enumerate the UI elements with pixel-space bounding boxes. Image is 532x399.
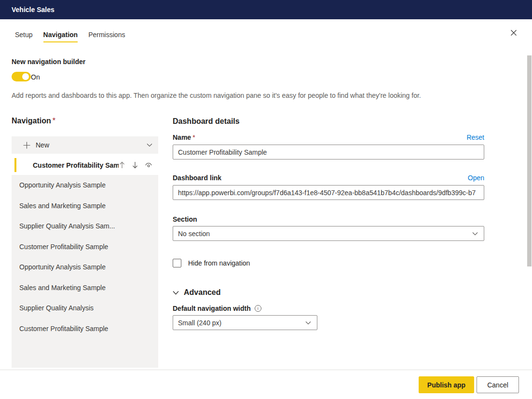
nav-item-selected-label: Customer Profitability Sample — [33, 161, 119, 169]
name-input[interactable] — [173, 145, 484, 160]
nav-item[interactable]: Opportunity Analysis Sample — [12, 257, 158, 278]
reset-link[interactable]: Reset — [466, 133, 484, 141]
new-item-label: New — [36, 141, 147, 149]
advanced-heading: Advanced — [184, 288, 220, 297]
hide-from-navigation-checkbox[interactable] — [173, 259, 181, 267]
close-button[interactable] — [509, 28, 518, 37]
tab-setup[interactable]: Setup — [15, 31, 33, 42]
vertical-scrollbar-thumb[interactable] — [527, 55, 532, 266]
nav-item[interactable]: Supplier Quality Analysis — [12, 298, 158, 319]
section-select-value: No section — [178, 230, 210, 238]
section-label-row: Section — [173, 215, 484, 223]
required-asterisk: * — [192, 133, 195, 141]
builder-toggle[interactable] — [12, 72, 31, 81]
app-dialog: Vehicle Sales Setup Navigation Permissio… — [0, 0, 532, 399]
nav-item[interactable]: Sales and Marketing Sample — [12, 278, 158, 298]
nav-width-label: Default navigation width — [173, 305, 251, 312]
advanced-expander[interactable]: Advanced — [173, 288, 220, 297]
nav-width-label-row: Default navigation width i — [173, 305, 261, 312]
info-icon[interactable]: i — [255, 305, 261, 312]
move-down-button[interactable] — [132, 161, 138, 169]
titlebar: Vehicle Sales — [0, 0, 532, 19]
app-title: Vehicle Sales — [12, 0, 55, 19]
nav-item-selected[interactable]: Customer Profitability Sample — [12, 155, 158, 175]
nav-item[interactable]: Opportunity Analysis Sample — [12, 175, 158, 196]
chevron-down-icon — [472, 232, 478, 236]
required-asterisk: * — [53, 117, 55, 125]
builder-toggle-label: New navigation builder — [12, 58, 85, 66]
hide-from-navigation-label: Hide from navigation — [188, 259, 250, 267]
arrow-up-icon — [119, 161, 125, 169]
dashboard-link-input[interactable] — [173, 185, 484, 200]
item-action-icons — [119, 161, 152, 169]
tab-permissions[interactable]: Permissions — [88, 31, 125, 42]
tab-bar: Setup Navigation Permissions — [15, 31, 125, 42]
link-label-row: Dashboard link Open — [173, 174, 484, 182]
chevron-down-icon[interactable] — [147, 143, 152, 147]
close-icon — [510, 29, 517, 36]
nav-item[interactable]: Supplier Quality Analysis Sam... — [12, 216, 158, 237]
plus-icon — [23, 142, 30, 149]
nav-item[interactable]: Sales and Marketing Sample — [12, 196, 158, 216]
toggle-state-text: On — [31, 73, 40, 81]
dashboard-details-section: Dashboard details Name* Reset Dashboard … — [173, 117, 484, 344]
chevron-down-icon — [173, 291, 179, 295]
footer-divider — [0, 370, 532, 370]
dashboard-link-label: Dashboard link — [173, 174, 221, 182]
selection-accent-bar — [14, 158, 16, 172]
open-link[interactable]: Open — [468, 174, 484, 182]
hide-from-navigation-row[interactable]: Hide from navigation — [173, 259, 250, 267]
nav-heading-text: Navigation — [12, 117, 51, 125]
move-up-button[interactable] — [119, 161, 125, 169]
section-select[interactable]: No section — [173, 226, 484, 241]
nav-panel-heading: Navigation* — [12, 117, 55, 125]
new-item-button[interactable]: New — [12, 136, 158, 155]
section-label: Section — [173, 215, 197, 223]
hide-preview-button[interactable] — [145, 162, 152, 168]
nav-item[interactable]: Customer Profitability Sample — [12, 319, 158, 339]
toggle-knob — [22, 73, 29, 80]
name-label-row: Name* Reset — [173, 133, 484, 141]
publish-app-button[interactable]: Publish app — [419, 376, 474, 393]
tab-navigation[interactable]: Navigation — [43, 31, 78, 42]
navigation-list-panel: New Customer Profitability Sample Opport… — [12, 136, 158, 368]
nav-width-select[interactable]: Small (240 px) — [173, 315, 317, 330]
nav-item[interactable]: Customer Profitability Sample — [12, 237, 158, 257]
chevron-down-icon — [305, 321, 311, 325]
eye-icon — [145, 162, 152, 168]
cancel-button[interactable]: Cancel — [477, 376, 519, 393]
nav-width-select-value: Small (240 px) — [178, 319, 221, 327]
name-label: Name* — [173, 133, 195, 141]
page-description: Add reports and dashboards to this app. … — [12, 92, 513, 99]
details-heading: Dashboard details — [173, 117, 240, 126]
arrow-down-icon — [132, 161, 138, 169]
